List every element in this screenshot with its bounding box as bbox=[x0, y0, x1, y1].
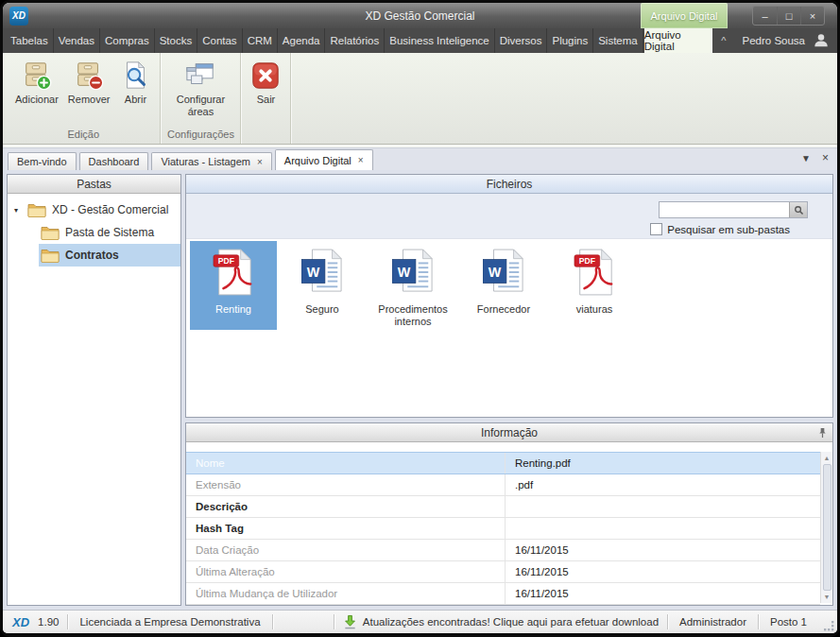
info-row-descricao[interactable]: Descrição bbox=[186, 496, 820, 518]
file-tile-seguro[interactable]: W Seguro bbox=[283, 241, 362, 330]
scroll-down-icon[interactable]: ▼ bbox=[824, 593, 831, 601]
app-logo-icon: XD bbox=[9, 7, 28, 26]
file-name: Fornecedor bbox=[477, 303, 530, 316]
menu-tab-arquivo-digital-active[interactable]: Arquivo Digital bbox=[644, 28, 713, 53]
word-file-icon: W bbox=[392, 249, 434, 296]
minimize-button[interactable]: – bbox=[753, 7, 777, 25]
scroll-up-icon[interactable]: ▲ bbox=[824, 454, 831, 462]
app-window: XD XD Gestão Comercial Arquivo Digital –… bbox=[0, 0, 840, 637]
menu-item-contas[interactable]: Contas bbox=[197, 28, 242, 53]
search-button[interactable] bbox=[789, 202, 807, 217]
file-name: Renting bbox=[215, 303, 251, 316]
files-panel: Ficheiros bbox=[185, 174, 833, 418]
info-row-ultima-mudanca-utilizador[interactable]: Última Mudança de Utilizador 16/11/2015 bbox=[186, 583, 820, 605]
file-tile-viaturas[interactable]: PDF viaturas bbox=[555, 241, 634, 330]
svg-text:W: W bbox=[307, 265, 320, 280]
configure-areas-icon bbox=[185, 60, 215, 91]
info-row-data-criacao[interactable]: Data Criação 16/11/2015 bbox=[186, 540, 820, 561]
maximize-button[interactable]: □ bbox=[777, 7, 800, 25]
menu-item-business-inteligence[interactable]: Business Inteligence bbox=[385, 28, 494, 53]
tab-close-icon[interactable]: × bbox=[358, 155, 364, 165]
menu-item-diversos[interactable]: Diversos bbox=[495, 28, 548, 53]
status-bar: XD 1.90 Licenciada a Empresa Demonstrati… bbox=[3, 610, 837, 633]
user-icon bbox=[813, 32, 830, 49]
svg-text:W: W bbox=[489, 265, 502, 280]
info-scrollbar[interactable]: ▲ ▼ bbox=[820, 452, 832, 603]
info-row-ultima-alteracao[interactable]: Última Alteração 16/11/2015 bbox=[186, 561, 820, 583]
menu-item-crm[interactable]: CRM bbox=[243, 28, 278, 53]
file-name: Procedimentos internos bbox=[368, 303, 458, 328]
menu-item-tabelas[interactable]: Tabelas bbox=[3, 28, 54, 53]
document-tab-strip: Bem-vindo Dashboard Viaturas - Listagem×… bbox=[3, 148, 837, 170]
menu-bar: Tabelas Vendas Compras Stocks Contas CRM… bbox=[3, 28, 837, 53]
folder-icon bbox=[41, 248, 60, 263]
configurar-areas-button[interactable]: Configurar áreas bbox=[164, 59, 236, 120]
update-notification[interactable]: Atualizações encontradas! Clique aqui pa… bbox=[334, 614, 667, 629]
tab-strip-close-icon[interactable]: × bbox=[822, 153, 829, 164]
info-row-hash-tag[interactable]: Hash Tag bbox=[186, 518, 820, 540]
user-name: Pedro Sousa bbox=[743, 35, 806, 46]
abrir-button[interactable]: Abrir bbox=[114, 59, 156, 108]
tab-dashboard[interactable]: Dashboard bbox=[79, 152, 149, 170]
search-box bbox=[659, 201, 808, 218]
user-role-label: Administrador bbox=[668, 616, 758, 628]
remove-cabinet-icon bbox=[74, 60, 104, 91]
contextual-tab-header[interactable]: Arquivo Digital bbox=[641, 3, 728, 28]
menu-item-relatorios[interactable]: Relatórios bbox=[325, 28, 385, 53]
menu-item-stocks[interactable]: Stocks bbox=[155, 28, 198, 53]
menu-item-compras[interactable]: Compras bbox=[100, 28, 155, 53]
sair-button[interactable]: Sair bbox=[245, 59, 286, 108]
file-tile-fornecedor[interactable]: W Fornecedor bbox=[464, 241, 543, 330]
menu-item-agenda[interactable]: Agenda bbox=[278, 28, 326, 53]
tab-list-dropdown-icon[interactable]: ▼ bbox=[801, 153, 811, 164]
files-panel-header: Ficheiros bbox=[186, 175, 832, 194]
tree-item-root[interactable]: ▾ XD - Gestão Comercial bbox=[8, 198, 180, 221]
ribbon-collapse-icon[interactable]: ^ bbox=[712, 28, 734, 53]
file-name: viaturas bbox=[576, 303, 613, 316]
file-name: Seguro bbox=[305, 303, 338, 316]
license-label: Licenciada a Empresa Demonstrativa bbox=[68, 616, 271, 628]
menu-item-plugins[interactable]: Plugins bbox=[547, 28, 593, 53]
window-controls: – □ × bbox=[752, 6, 825, 26]
folder-tree: ▾ XD - Gestão Comercial Pasta de Sistema bbox=[8, 194, 180, 267]
tab-viaturas-listagem[interactable]: Viaturas - Listagem× bbox=[151, 152, 271, 170]
exit-icon bbox=[250, 60, 281, 91]
remover-button[interactable]: Remover bbox=[63, 59, 115, 108]
version-label: 1.90 bbox=[38, 616, 59, 628]
subfolder-checkbox-label: Pesquisar em sub-pastas bbox=[667, 224, 790, 235]
search-input[interactable] bbox=[660, 202, 789, 217]
tab-arquivo-digital[interactable]: Arquivo Digital× bbox=[275, 149, 373, 170]
info-row-extensao[interactable]: Extensão .pdf bbox=[186, 474, 820, 496]
word-file-icon: W bbox=[301, 249, 343, 296]
status-logo: XD bbox=[12, 615, 29, 629]
expander-icon[interactable]: ▾ bbox=[14, 206, 26, 215]
subfolder-search-option[interactable]: Pesquisar em sub-pastas bbox=[650, 223, 790, 235]
folder-icon bbox=[41, 225, 60, 240]
ribbon: Adicionar Remover bbox=[3, 53, 837, 145]
file-tile-procedimentos-internos[interactable]: W Procedimentos internos bbox=[368, 241, 458, 330]
tab-close-icon[interactable]: × bbox=[257, 157, 263, 167]
adicionar-button[interactable]: Adicionar bbox=[10, 59, 63, 108]
search-zone: Pesquisar em sub-pastas bbox=[186, 194, 832, 239]
info-panel: Informação Nome Renting.pdf bbox=[185, 422, 833, 606]
tree-item-label: Contratos bbox=[65, 249, 119, 262]
scrollbar-thumb[interactable] bbox=[823, 464, 831, 591]
tab-bem-vindo[interactable]: Bem-vindo bbox=[8, 152, 77, 170]
info-row-nome[interactable]: Nome Renting.pdf bbox=[186, 452, 820, 474]
resize-grip-icon[interactable] bbox=[823, 620, 834, 631]
folders-panel-header: Pastas bbox=[8, 175, 180, 194]
ribbon-group-sair: Sair bbox=[241, 53, 291, 144]
user-menu[interactable]: Pedro Sousa bbox=[735, 28, 838, 53]
menu-item-vendas[interactable]: Vendas bbox=[54, 28, 100, 53]
tree-item-label: Pasta de Sistema bbox=[65, 226, 154, 239]
ribbon-group-label-edicao: Edição bbox=[7, 128, 160, 144]
close-button[interactable]: × bbox=[800, 7, 824, 25]
station-label: Posto 1 bbox=[759, 616, 818, 628]
ribbon-group-configuracoes: Configurar áreas Configurações bbox=[161, 53, 241, 144]
tree-item-pasta-de-sistema[interactable]: Pasta de Sistema bbox=[39, 221, 180, 244]
pin-icon[interactable] bbox=[817, 427, 828, 439]
menu-item-sistema[interactable]: Sistema bbox=[593, 28, 643, 53]
tree-item-contratos-selected[interactable]: Contratos bbox=[39, 244, 180, 267]
file-tile-renting[interactable]: PDF Renting bbox=[190, 241, 277, 330]
subfolder-checkbox[interactable] bbox=[650, 223, 662, 235]
